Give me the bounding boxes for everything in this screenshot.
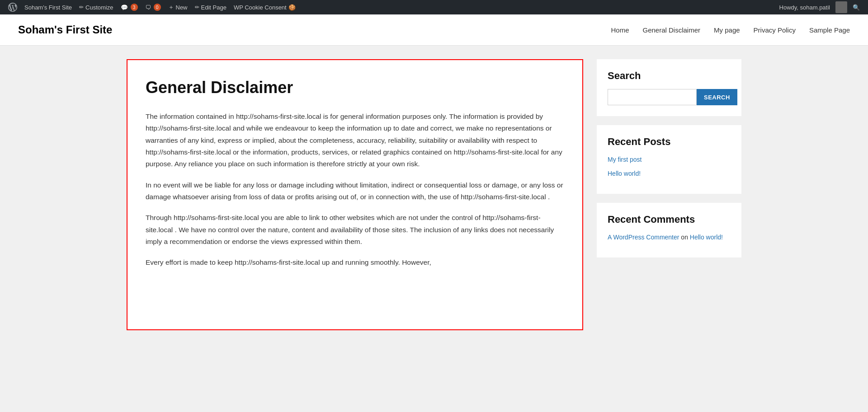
search-widget-title: Search: [608, 70, 731, 82]
list-item: Hello world!: [608, 169, 731, 178]
comments-pending-button[interactable]: 🗨 0: [142, 0, 165, 14]
paragraph-2: In no event will we be liable for any lo…: [146, 179, 564, 203]
recent-comments-title: Recent Comments: [608, 214, 731, 225]
paragraph-4: Every effort is made to keep http://soha…: [146, 257, 564, 268]
new-button[interactable]: ＋ New: [165, 0, 191, 14]
admin-search-button[interactable]: 🔍: [849, 0, 863, 14]
admin-bar-right: Howdy, soham.patil 🔍: [776, 0, 863, 14]
wp-cookie-consent-label: WP Cookie Consent: [234, 4, 287, 11]
page-title: General Disclaimer: [146, 78, 564, 97]
nav-privacy-policy[interactable]: Privacy Policy: [754, 26, 796, 34]
comments-pending-icon: 🗨: [145, 4, 151, 11]
admin-bar: Soham's First Site ✏ Customize 💬 3 🗨 0 ＋…: [0, 0, 868, 14]
page-content: The information contained in http://soha…: [146, 111, 564, 269]
recent-post-link-1[interactable]: My first post: [608, 156, 642, 163]
comments-icon: 💬: [121, 4, 128, 11]
list-item: A WordPress Commenter on Hello world!: [608, 233, 731, 242]
search-input[interactable]: [608, 89, 697, 105]
main-wrapper: General Disclaimer The information conta…: [118, 46, 750, 344]
recent-post-link-2[interactable]: Hello world!: [608, 170, 641, 177]
content-box: General Disclaimer The information conta…: [127, 59, 583, 330]
search-row: SEARCH: [608, 89, 731, 105]
comment-post-link[interactable]: Hello world!: [690, 234, 723, 241]
site-header: Soham's First Site Home General Disclaim…: [0, 14, 868, 46]
cookie-icon: 🍪: [288, 4, 296, 11]
site-title[interactable]: Soham's First Site: [18, 23, 112, 36]
site-name-button[interactable]: Soham's First Site: [21, 0, 75, 14]
nav-home[interactable]: Home: [611, 26, 629, 34]
customize-label: Customize: [85, 4, 113, 11]
nav-sample-page[interactable]: Sample Page: [809, 26, 850, 34]
customize-pencil-icon: ✏: [79, 4, 84, 10]
wp-cookie-consent-button[interactable]: WP Cookie Consent 🍪: [230, 0, 299, 14]
edit-page-pencil-icon: ✏: [195, 4, 199, 10]
edit-page-label: Edit Page: [201, 4, 226, 11]
comments-count-badge: 3: [131, 4, 138, 11]
search-widget: Search SEARCH: [597, 59, 741, 116]
paragraph-3: Through http://sohams-first-site.local y…: [146, 212, 564, 248]
paragraph-1: The information contained in http://soha…: [146, 111, 564, 170]
nav-general-disclaimer[interactable]: General Disclaimer: [642, 26, 700, 34]
customize-button[interactable]: ✏ Customize: [75, 0, 117, 14]
comment-author-link[interactable]: A WordPress Commenter: [608, 234, 679, 241]
site-nav: Home General Disclaimer My page Privacy …: [611, 26, 850, 34]
recent-posts-title: Recent Posts: [608, 136, 731, 148]
wp-logo-icon: [8, 3, 17, 12]
comment-on-text: on: [681, 234, 689, 241]
howdy-label: Howdy, soham.patil: [776, 4, 834, 11]
recent-posts-widget: Recent Posts My first post Hello world!: [597, 125, 741, 194]
new-label: New: [176, 4, 188, 11]
wp-logo-button[interactable]: [5, 0, 21, 14]
comments-button[interactable]: 💬 3: [117, 0, 142, 14]
user-avatar: [835, 1, 847, 13]
list-item: My first post: [608, 155, 731, 164]
recent-posts-list: My first post Hello world!: [608, 155, 731, 178]
site-name-label: Soham's First Site: [24, 4, 72, 11]
search-button[interactable]: SEARCH: [697, 89, 737, 105]
admin-search-icon: 🔍: [853, 4, 860, 11]
content-area: General Disclaimer The information conta…: [127, 59, 583, 330]
nav-my-page[interactable]: My page: [714, 26, 740, 34]
sidebar: Search SEARCH Recent Posts My first post…: [597, 59, 741, 330]
edit-page-button[interactable]: ✏ Edit Page: [191, 0, 230, 14]
new-plus-icon: ＋: [168, 3, 174, 11]
recent-comments-widget: Recent Comments A WordPress Commenter on…: [597, 203, 741, 258]
recent-comments-list: A WordPress Commenter on Hello world!: [608, 233, 731, 242]
comments-pending-badge: 0: [154, 4, 161, 11]
